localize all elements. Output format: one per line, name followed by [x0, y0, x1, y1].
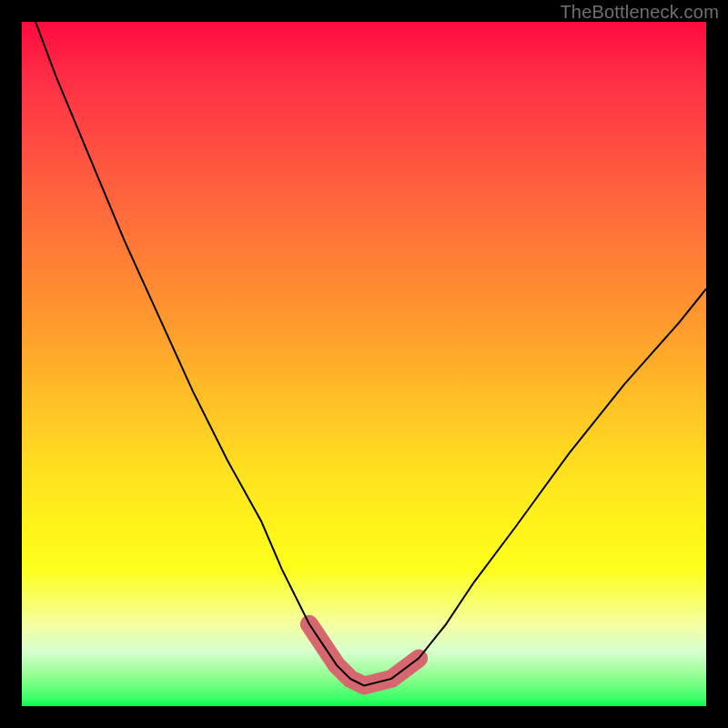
chart-stage: TheBottleneck.com — [0, 0, 728, 728]
plot-area — [22, 22, 706, 706]
valley-highlight — [309, 624, 419, 686]
curve-layer — [22, 22, 706, 706]
bottleneck-curve — [35, 22, 706, 685]
attribution-text: TheBottleneck.com — [560, 2, 719, 23]
